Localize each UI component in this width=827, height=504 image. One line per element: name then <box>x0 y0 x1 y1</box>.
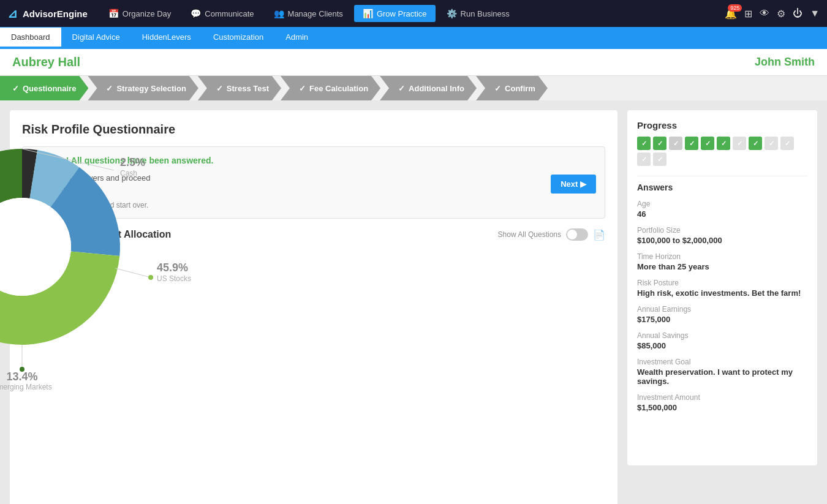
page-title: Risk Profile Questionnaire <box>22 122 605 137</box>
notification-badge: 925 <box>728 4 742 12</box>
logo: ⊿ AdvisorEngine <box>7 6 88 21</box>
goal-label: Investment Goal <box>637 358 807 366</box>
tab-digital-advice[interactable]: Digital Advice <box>61 28 131 48</box>
show-all-row: Show All Questions 📄 <box>498 228 605 241</box>
step-questionnaire[interactable]: ✓ Questionnaire <box>0 76 88 100</box>
confirm-row: Confirm my answers and proceed to Portfo… <box>31 173 596 195</box>
progress-dot-9: ✓ <box>765 137 778 150</box>
nav-item-organize-day[interactable]: 📅 Organize Day <box>100 5 179 22</box>
answers-title: Answers <box>637 176 807 192</box>
eye-icon[interactable]: 👁 <box>760 8 769 19</box>
check-icon-6: ✓ <box>494 84 501 93</box>
tab-customization[interactable]: Customization <box>202 28 274 48</box>
progress-dot-1: ✓ <box>637 137 651 150</box>
arrow-icon[interactable]: ▼ <box>810 8 820 19</box>
notification-button[interactable]: 🔔 925 <box>725 8 737 20</box>
chart-title: Recommended Asset Allocation <box>22 229 171 240</box>
calendar-icon: 📅 <box>108 9 119 18</box>
time-label: Time Horizon <box>637 252 807 261</box>
progress-dot-12: ✓ <box>653 152 667 166</box>
tab-hidden-levers[interactable]: HiddenLevers <box>131 28 202 48</box>
time-value: More than 25 years <box>637 262 807 271</box>
step-label: Questionnaire <box>23 84 76 93</box>
stocks-name-label: US Stocks <box>157 274 191 283</box>
nav-label-grow: Grow Practice <box>377 9 427 18</box>
step-label-3: Stress Test <box>227 84 269 93</box>
logo-icon: ⊿ <box>7 6 18 21</box>
progress-dot-6: ✓ <box>717 137 730 150</box>
answer-investment-goal: Investment Goal Wealth preservation. I w… <box>637 358 807 386</box>
top-right-icons: 🔔 925 ⊞ 👁 ⚙ ⏻ ▼ <box>725 8 820 20</box>
right-panel: Progress ✓ ✓ ✓ ✓ ✓ ✓ ✓ ✓ ✓ ✓ ✓ ✓ Answers… <box>627 110 817 465</box>
answer-risk-posture: Risk Posture High risk, exotic investmen… <box>637 279 807 298</box>
show-all-toggle[interactable] <box>566 228 588 241</box>
progress-dot-8: ✓ <box>749 137 762 150</box>
stocks-dot <box>148 275 153 280</box>
emerging-markets-segment <box>0 149 22 214</box>
us-stocks-segment <box>0 252 119 345</box>
gear-icon: ⚙️ <box>447 9 457 18</box>
earnings-label: Annual Earnings <box>637 305 807 314</box>
step-additional[interactable]: ✓ Additional Info <box>380 76 477 100</box>
tab-dashboard[interactable]: Dashboard <box>0 28 61 48</box>
portfolio-value: $100,000 to $2,000,000 <box>637 236 807 245</box>
step-label-2: Strategy Selection <box>116 84 186 93</box>
donut-chart-container: 2.5% Cash 7.4% TIPS 16.6% US Bonds 45.9%… <box>22 247 365 504</box>
nav-item-communicate[interactable]: 💬 Communicate <box>182 5 262 22</box>
step-fee[interactable]: ✓ Fee Calculation <box>281 76 380 100</box>
nav-item-manage-clients[interactable]: 👥 Manage Clients <box>265 5 352 22</box>
progress-dot-5: ✓ <box>701 137 714 150</box>
check-icon: ✓ <box>12 84 19 93</box>
answer-time-horizon: Time Horizon More than 25 years <box>637 252 807 271</box>
nav-label-run: Run Business <box>461 9 510 18</box>
left-panel: Risk Profile Questionnaire Success! All … <box>10 110 617 504</box>
savings-value: $85,000 <box>637 341 807 350</box>
top-nav: ⊿ AdvisorEngine 📅 Organize Day 💬 Communi… <box>0 0 827 27</box>
amount-label: Investment Amount <box>637 393 807 402</box>
power-icon[interactable]: ⏻ <box>793 8 802 19</box>
progress-dots: ✓ ✓ ✓ ✓ ✓ ✓ ✓ ✓ ✓ ✓ ✓ ✓ <box>637 137 807 166</box>
success-message: Success! All questions have been answere… <box>31 156 596 165</box>
progress-dot-11: ✓ <box>637 152 651 166</box>
step-label-6: Confirm <box>505 84 535 93</box>
chat-icon: 💬 <box>191 9 201 18</box>
stocks-connector <box>115 268 151 277</box>
check-icon-3: ✓ <box>216 84 223 93</box>
progress-title: Progress <box>637 120 807 130</box>
step-confirm[interactable]: ✓ Confirm <box>476 76 548 100</box>
sub-nav: Dashboard Digital Advice HiddenLevers Cu… <box>0 27 827 49</box>
step-label-5: Additional Info <box>409 84 464 93</box>
app-name: AdvisorEngine <box>23 9 88 19</box>
progress-dot-3: ✓ <box>669 137 682 150</box>
check-icon-5: ✓ <box>398 84 405 93</box>
savings-label: Annual Savings <box>637 331 807 340</box>
grid-icon[interactable]: ⊞ <box>744 8 752 20</box>
nav-item-run-business[interactable]: ⚙️ Run Business <box>438 5 518 22</box>
emerging-pct-label: 13.4% <box>6 370 37 383</box>
refresh-icon: ↻ <box>31 201 37 209</box>
step-strategy[interactable]: ✓ Strategy Selection <box>88 76 198 100</box>
emerging-name-label: Emerging Markets <box>0 383 52 391</box>
amount-value: $1,500,000 <box>637 403 807 412</box>
age-label: Age <box>637 200 807 208</box>
nav-label-manage: Manage Clients <box>288 9 343 18</box>
portfolio-label: Portfolio Size <box>637 226 807 235</box>
answer-annual-earnings: Annual Earnings $175,000 <box>637 305 807 324</box>
step-stress[interactable]: ✓ Stress Test <box>198 76 281 100</box>
clear-row[interactable]: ↻ Clear my answers and start over. <box>31 201 596 209</box>
check-icon-2: ✓ <box>106 84 113 93</box>
risk-value: High risk, exotic investments. Bet the f… <box>637 288 807 298</box>
nav-item-grow-practice[interactable]: 📊 Grow Practice <box>354 5 436 22</box>
next-button[interactable]: Next ▶ <box>551 175 596 194</box>
progress-dot-7: ✓ <box>733 137 746 150</box>
confirm-text: Confirm my answers and proceed to Portfo… <box>31 173 154 195</box>
settings-icon[interactable]: ⚙ <box>777 8 785 20</box>
tab-admin[interactable]: Admin <box>274 28 319 48</box>
chart-header: Recommended Asset Allocation Show All Qu… <box>22 228 605 241</box>
chart-icon: 📊 <box>363 9 373 18</box>
answer-portfolio-size: Portfolio Size $100,000 to $2,000,000 <box>637 226 807 245</box>
progress-dot-10: ✓ <box>780 137 794 150</box>
pdf-icon[interactable]: 📄 <box>593 229 605 241</box>
step-label-4: Fee Calculation <box>309 84 368 93</box>
main-content: Risk Profile Questionnaire Success! All … <box>0 100 827 504</box>
